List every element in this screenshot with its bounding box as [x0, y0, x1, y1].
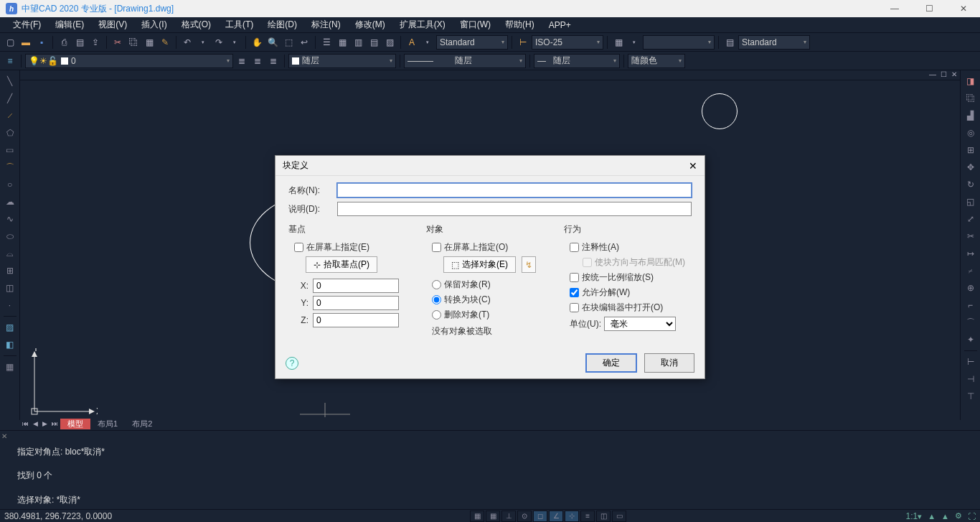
save-icon[interactable]: ▪: [34, 35, 49, 50]
unit-select[interactable]: 毫米: [604, 317, 676, 331]
layer-walk-icon[interactable]: ≣: [266, 54, 281, 68]
tab-model[interactable]: 模型: [60, 419, 90, 429]
help-button[interactable]: ?: [286, 357, 298, 370]
plotstyle-dropdown[interactable]: 随颜色: [628, 54, 685, 68]
scale-checkbox[interactable]: 按统一比例缩放(S): [570, 271, 692, 284]
zoom-win-icon[interactable]: ⬚: [281, 35, 296, 50]
y-input[interactable]: [313, 296, 399, 310]
menu-window[interactable]: 窗口(W): [453, 19, 498, 31]
menu-draw[interactable]: 绘图(D): [260, 19, 304, 31]
textstyle-dropdown-icon[interactable]: ▾: [420, 35, 435, 50]
convert-radio[interactable]: 转换为块(C): [432, 294, 554, 306]
osnap-button[interactable]: ◻: [533, 511, 547, 522]
erase-icon[interactable]: ◨: [963, 73, 979, 89]
mirror-icon[interactable]: ▟: [963, 108, 979, 123]
polygon-icon[interactable]: ⬠: [2, 125, 18, 141]
menu-format[interactable]: 格式(O): [174, 19, 218, 31]
pick-point-button[interactable]: ⊹拾取基点(P): [306, 256, 377, 273]
rotate-icon[interactable]: ↻: [963, 177, 979, 192]
point-icon[interactable]: ·: [2, 297, 18, 313]
dimstyle-dropdown[interactable]: ISO-25: [532, 35, 603, 50]
undo-icon[interactable]: ↶: [180, 35, 194, 50]
trim-icon[interactable]: ✂: [963, 228, 979, 244]
print-preview-icon[interactable]: ▤: [72, 35, 87, 50]
menu-view[interactable]: 视图(V): [91, 19, 134, 31]
menu-modify[interactable]: 修改(M): [348, 19, 392, 31]
tool-palette-icon[interactable]: ▥: [351, 35, 365, 50]
redo-icon[interactable]: ↷: [212, 35, 226, 50]
cut-icon[interactable]: ✂: [110, 35, 125, 50]
insert-icon[interactable]: ⊞: [2, 263, 18, 279]
stretch-icon[interactable]: ⤢: [963, 211, 979, 227]
tab-layout2[interactable]: 布局2: [125, 419, 159, 429]
xline-icon[interactable]: ╱: [2, 90, 18, 106]
rectangle-icon[interactable]: ▭: [2, 142, 18, 158]
properties-icon[interactable]: ☰: [319, 35, 334, 50]
quickselect-button[interactable]: ↯: [522, 256, 536, 273]
color-dropdown[interactable]: 随层: [288, 54, 396, 68]
pline-icon[interactable]: ⟋: [2, 108, 18, 123]
scale-icon[interactable]: ◱: [963, 194, 979, 210]
retain-radio[interactable]: 保留对象(R): [432, 279, 554, 291]
linetype-dropdown[interactable]: ——— 随层: [404, 54, 526, 68]
fillet-icon[interactable]: ⌒: [963, 314, 979, 330]
layer-dropdown[interactable]: 💡 ☀ 🔓 0: [25, 54, 233, 68]
explode-checkbox[interactable]: 允许分解(W): [570, 286, 692, 299]
arc-icon[interactable]: ⌒: [2, 159, 18, 175]
paste-icon[interactable]: ▦: [142, 35, 156, 50]
polar-button[interactable]: ⊙: [517, 511, 532, 522]
spline-icon[interactable]: ∿: [2, 211, 18, 227]
minimize-button[interactable]: —: [884, 4, 905, 14]
canvas-max-button[interactable]: ☐: [941, 70, 947, 80]
hatch-icon[interactable]: ▨: [2, 320, 18, 335]
table2-icon[interactable]: ▤: [722, 35, 737, 50]
calc-icon[interactable]: ▤: [367, 35, 381, 50]
name-input[interactable]: [337, 183, 692, 197]
offset-icon[interactable]: ◎: [963, 125, 979, 141]
menu-app[interactable]: APP+: [542, 20, 578, 30]
anno-vis-button[interactable]: ▲: [941, 512, 949, 521]
scale-display[interactable]: 1:1▾: [906, 511, 923, 521]
mlstyle-dropdown[interactable]: [643, 35, 715, 50]
chamfer-icon[interactable]: ⌐: [963, 297, 979, 313]
delete-radio[interactable]: 删除对象(T): [432, 309, 554, 321]
extend-icon[interactable]: ↦: [963, 246, 979, 261]
anno-checkbox[interactable]: 注释性(A): [570, 241, 692, 253]
dialog-close-button[interactable]: ✕: [689, 160, 697, 172]
layer-iso-icon[interactable]: ≣: [250, 54, 265, 68]
menu-insert[interactable]: 插入(I): [134, 19, 174, 31]
move-icon[interactable]: ✥: [963, 159, 979, 175]
publish-icon[interactable]: ⇪: [88, 35, 103, 50]
obj-screen-checkbox[interactable]: 在屏幕上指定(O): [432, 241, 554, 253]
bp-screen-checkbox[interactable]: 在屏幕上指定(E): [294, 241, 416, 253]
workspace-button[interactable]: ⚙: [955, 511, 962, 521]
tab-first-icon[interactable]: ⏮: [20, 420, 31, 427]
tab-layout1[interactable]: 布局1: [90, 419, 125, 429]
open-icon[interactable]: ▬: [19, 35, 33, 50]
break-icon[interactable]: ⌿: [963, 263, 979, 279]
tablestyle-dropdown-icon[interactable]: ▾: [627, 35, 641, 50]
x-input[interactable]: [313, 279, 399, 293]
cancel-button[interactable]: 取消: [644, 353, 694, 373]
pan-icon[interactable]: ✋: [250, 35, 264, 50]
tablestyle-icon[interactable]: ▦: [611, 35, 626, 50]
cmd-close-button[interactable]: ✕: [1, 432, 7, 440]
line-icon[interactable]: ╲: [2, 73, 18, 89]
match-icon[interactable]: ✎: [158, 35, 172, 50]
tab-last-icon[interactable]: ⏭: [50, 420, 60, 427]
dim-tool3-icon[interactable]: ⊤: [963, 388, 979, 404]
gradient-icon[interactable]: ◧: [2, 337, 18, 353]
array-icon[interactable]: ⊞: [963, 142, 979, 158]
zoom-prev-icon[interactable]: ↩: [297, 35, 311, 50]
textstyle-icon[interactable]: A: [405, 35, 419, 50]
dimstyle-icon[interactable]: ⊢: [516, 35, 530, 50]
anno-scale-button[interactable]: ▲: [928, 512, 936, 521]
ortho-button[interactable]: ⊥: [501, 511, 516, 522]
design-center-icon[interactable]: ▦: [335, 35, 349, 50]
revcloud-icon[interactable]: ☁: [2, 194, 18, 210]
canvas-close-button[interactable]: ✕: [951, 70, 957, 80]
canvas-min-button[interactable]: —: [929, 70, 936, 80]
maximize-button[interactable]: ☐: [918, 4, 940, 14]
copy-obj-icon[interactable]: ⿻: [963, 90, 979, 106]
zoom-rt-icon[interactable]: 🔍: [265, 35, 280, 50]
